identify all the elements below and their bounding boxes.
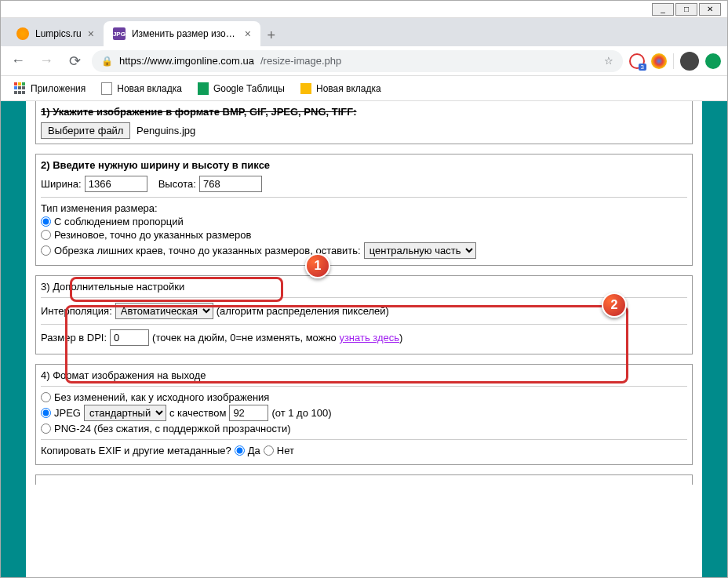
annotation-badge-2: 2 xyxy=(602,293,627,318)
resize-type-label: Тип изменения размера: xyxy=(41,202,687,214)
dpi-help-link[interactable]: узнать здесь xyxy=(339,332,399,344)
radio-exif-no[interactable] xyxy=(264,445,274,456)
width-input[interactable] xyxy=(85,176,147,192)
tab-title: Изменить размер изображения xyxy=(132,28,238,39)
jpeg-quality-hint: (от 1 до 100) xyxy=(271,407,331,419)
apps-grid-icon xyxy=(13,82,26,95)
page-border-right xyxy=(702,101,727,577)
address-bar: ← → ⟳ 🔒 https://www.imgonline.com.ua/res… xyxy=(1,46,727,76)
section-additional: 3) Дополнительные настройки Интерполяция… xyxy=(35,275,693,354)
url-path: /resize-image.php xyxy=(260,55,341,67)
annotation-badge-1: 1 xyxy=(305,253,330,278)
jpeg-quality-label: с качеством xyxy=(169,407,226,419)
interpolation-select[interactable]: Автоматическая xyxy=(115,303,213,319)
section-next xyxy=(35,474,693,485)
radio-label: PNG-24 (без сжатия, с поддержкой прозрач… xyxy=(54,423,291,434)
choose-file-button[interactable]: Выберите файл xyxy=(41,122,130,139)
page-content: 1) Укажите изображение в формате BMP, GI… xyxy=(26,101,702,577)
radio-jpeg[interactable] xyxy=(41,408,51,418)
apps-shortcut[interactable]: Приложения xyxy=(7,79,92,98)
chosen-file-name: Penguins.jpg xyxy=(136,125,195,136)
radio-png[interactable] xyxy=(41,424,51,434)
forward-button[interactable]: → xyxy=(35,50,57,72)
section-title: 1) Укажите изображение в формате BMP, GI… xyxy=(41,106,687,118)
section-title: 3) Дополнительные настройки xyxy=(41,281,687,293)
page-border-left xyxy=(1,101,26,577)
minimize-button[interactable]: _ xyxy=(652,3,674,16)
height-input[interactable] xyxy=(199,176,262,192)
lumpics-favicon-icon xyxy=(16,27,29,40)
section-dimensions: 2) Введите нужную ширину и высоту в пикс… xyxy=(35,154,693,266)
url-field[interactable]: 🔒 https://www.imgonline.com.ua/resize-im… xyxy=(92,50,623,72)
close-tab-icon[interactable]: × xyxy=(88,27,94,40)
radio-proportional[interactable] xyxy=(41,216,51,227)
jpeg-quality-input[interactable] xyxy=(229,405,268,421)
dpi-input[interactable] xyxy=(110,329,149,346)
page-icon xyxy=(300,83,311,94)
bookmark-item[interactable]: Новая вкладка xyxy=(95,79,188,98)
sheets-icon xyxy=(198,82,209,95)
tab-lumpics[interactable]: Lumpics.ru × xyxy=(7,21,104,46)
section-output-format: 4) Формат изображения на выходе Без изме… xyxy=(35,364,693,465)
radio-crop[interactable] xyxy=(41,245,51,256)
jpeg-preset-select[interactable]: стандартный xyxy=(84,405,166,421)
reload-button[interactable]: ⟳ xyxy=(64,50,86,72)
profile-avatar[interactable] xyxy=(680,52,699,71)
tab-imgonline[interactable]: JPG Изменить размер изображения × xyxy=(104,21,260,46)
extension-icon[interactable] xyxy=(629,53,645,69)
radio-unchanged[interactable] xyxy=(41,392,51,402)
bookmarks-bar: Приложения Новая вкладка Google Таблицы … xyxy=(1,76,727,101)
radio-label: Резиновое, точно до указанных размеров xyxy=(54,229,251,241)
document-icon xyxy=(101,82,112,95)
url-host: https://www.imgonline.com.ua xyxy=(119,55,254,67)
interpolation-label: Интерполяция: xyxy=(41,305,112,317)
extension-icon[interactable] xyxy=(705,53,721,69)
radio-label: Да xyxy=(248,445,260,456)
dpi-hint: (точек на дюйм, 0=не изменять, можно узн… xyxy=(152,332,402,344)
new-tab-button[interactable]: + xyxy=(260,24,282,46)
height-label: Высота: xyxy=(158,178,196,190)
radio-label: JPEG xyxy=(54,407,81,419)
extension-icon[interactable] xyxy=(651,53,667,69)
radio-label: С соблюдением пропорций xyxy=(54,216,184,227)
section-title: 4) Формат изображения на выходе xyxy=(41,369,687,381)
lock-icon: 🔒 xyxy=(101,56,113,67)
exif-label: Копировать EXIF и другие метаданные? xyxy=(41,445,231,456)
window-controls: _ □ ✕ xyxy=(1,1,727,18)
close-button[interactable]: ✕ xyxy=(699,3,721,16)
section-file-upload: 1) Укажите изображение в формате BMP, GI… xyxy=(35,101,693,144)
back-button[interactable]: ← xyxy=(7,50,29,72)
jpg-favicon-icon: JPG xyxy=(113,27,126,40)
maximize-button[interactable]: □ xyxy=(675,3,697,16)
width-label: Ширина: xyxy=(41,178,82,190)
bookmark-item[interactable]: Google Таблицы xyxy=(191,79,291,98)
tab-title: Lumpics.ru xyxy=(35,28,82,39)
interpolation-hint: (алгоритм распределения пикселей) xyxy=(217,305,389,317)
bookmark-star-icon[interactable]: ☆ xyxy=(604,55,613,67)
close-tab-icon[interactable]: × xyxy=(245,27,251,40)
bookmark-item[interactable]: Новая вкладка xyxy=(294,80,388,97)
radio-label: Без изменений, как у исходного изображен… xyxy=(54,391,269,403)
radio-rubber[interactable] xyxy=(41,230,51,240)
dpi-label: Размер в DPI: xyxy=(41,332,107,344)
tab-bar: Lumpics.ru × JPG Изменить размер изображ… xyxy=(1,18,727,46)
crop-position-select[interactable]: центральную часть xyxy=(364,242,476,259)
section-title: 2) Введите нужную ширину и высоту в пикс… xyxy=(41,159,687,171)
radio-exif-yes[interactable] xyxy=(235,445,245,456)
radio-label: Нет xyxy=(277,445,294,456)
